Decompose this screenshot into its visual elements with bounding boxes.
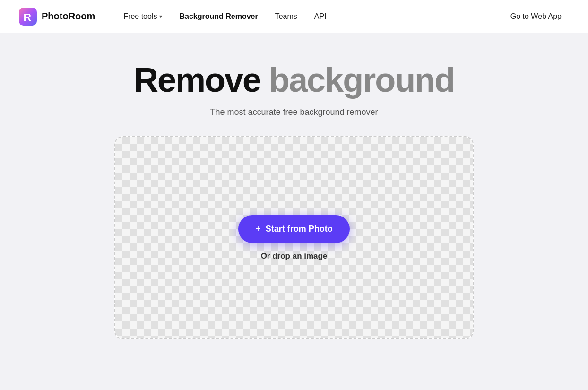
brand-logo-icon: R bbox=[19, 8, 37, 26]
hero-title: Remove background bbox=[134, 61, 454, 99]
nav-links: Free tools ▾ Background Remover Teams AP… bbox=[123, 12, 502, 21]
hero-title-background: background bbox=[269, 61, 454, 99]
navbar-actions: Go to Web App bbox=[503, 9, 569, 25]
plus-icon: + bbox=[255, 224, 261, 234]
start-from-photo-button[interactable]: + Start from Photo bbox=[238, 215, 350, 243]
go-to-web-app-button[interactable]: Go to Web App bbox=[503, 9, 569, 25]
nav-item-teams[interactable]: Teams bbox=[275, 12, 297, 21]
hero-title-remove: Remove bbox=[134, 61, 269, 99]
main-content: Remove background The most accurate free… bbox=[0, 33, 588, 358]
brand-logo-link[interactable]: R PhotoRoom bbox=[19, 8, 95, 26]
drop-label: Or drop an image bbox=[261, 251, 328, 261]
brand-name: PhotoRoom bbox=[42, 11, 95, 22]
nav-item-api[interactable]: API bbox=[314, 12, 327, 21]
hero-subtitle: The most accurate free background remove… bbox=[210, 107, 378, 117]
navbar: R PhotoRoom Free tools ▾ Background Remo… bbox=[0, 0, 588, 33]
drop-zone[interactable]: + Start from Photo Or drop an image bbox=[114, 136, 474, 339]
nav-item-background-remover[interactable]: Background Remover bbox=[179, 12, 258, 21]
drop-zone-content: + Start from Photo Or drop an image bbox=[238, 215, 350, 261]
nav-item-free-tools[interactable]: Free tools ▾ bbox=[123, 12, 162, 21]
start-from-photo-label: Start from Photo bbox=[266, 224, 333, 234]
chevron-down-icon: ▾ bbox=[159, 13, 162, 20]
svg-text:R: R bbox=[24, 10, 31, 23]
